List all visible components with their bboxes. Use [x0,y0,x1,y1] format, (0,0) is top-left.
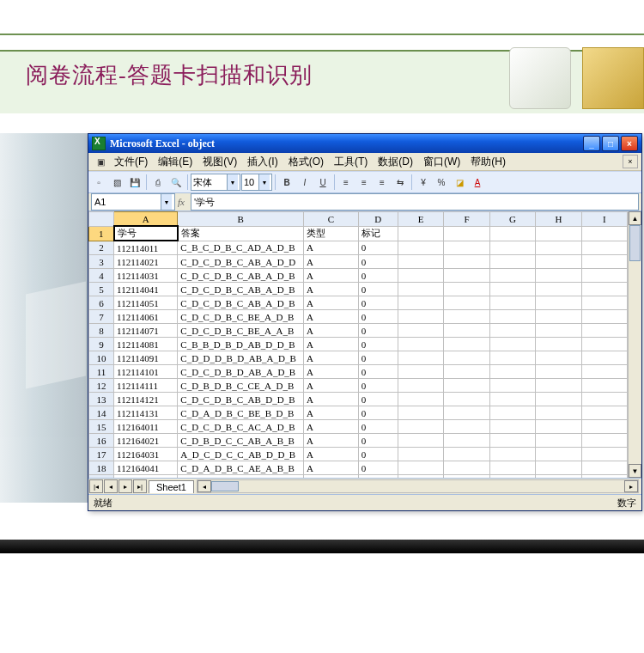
cell[interactable]: C_D_C_D_B_D_AB_A_D_B [178,365,304,379]
col-header-H[interactable]: H [536,212,581,227]
cell[interactable] [489,420,535,434]
cell[interactable] [581,226,627,241]
cell[interactable]: A [304,365,359,379]
row-header-6[interactable]: 6 [89,296,114,310]
cell[interactable]: C_B_B_D_B_D_AB_D_D_B [178,338,304,351]
cell[interactable]: 112114031 [114,269,178,283]
cell[interactable]: 0 [358,241,398,255]
menu-tools[interactable]: 工具(T) [329,153,373,171]
cell[interactable]: 0 [358,338,398,351]
row-header-9[interactable]: 9 [89,338,114,351]
scroll-up-button[interactable]: ▲ [629,211,641,225]
cell[interactable] [444,310,489,324]
cell[interactable]: 0 [358,324,398,338]
cell[interactable]: C_D_C_D_B_C_AB_A_D_D [178,255,304,269]
row-header-7[interactable]: 7 [89,310,114,324]
merge-button[interactable]: ⇆ [392,174,409,191]
cell[interactable] [581,283,627,296]
cell[interactable] [536,269,581,283]
menu-window[interactable]: 窗口(W) [418,153,465,171]
row-header-1[interactable]: 1 [89,226,114,241]
cell[interactable]: 112164021 [114,434,178,448]
cell[interactable]: 112114021 [114,255,178,269]
cell[interactable] [398,338,443,351]
cell[interactable] [398,434,443,448]
cell[interactable]: 0 [358,351,398,365]
cell[interactable] [536,283,581,296]
cell[interactable]: 112114111 [114,379,178,393]
cell[interactable] [444,255,489,269]
cell[interactable] [398,351,443,365]
cell[interactable] [489,393,535,406]
vertical-scrollbar[interactable]: ▲ ▼ [628,211,641,478]
cell[interactable] [444,296,489,310]
cell[interactable]: 112114051 [114,296,178,310]
cell[interactable] [398,406,443,420]
cell[interactable] [581,379,627,393]
cell[interactable]: A [304,241,359,255]
cell[interactable] [398,255,443,269]
cell[interactable] [489,283,535,296]
font-name-combo[interactable]: 宋体▼ [191,174,240,191]
col-header-C[interactable]: C [304,212,359,227]
cell[interactable]: 112114091 [114,351,178,365]
cell[interactable] [444,434,489,448]
row-header-3[interactable]: 3 [89,255,114,269]
cell[interactable] [489,434,535,448]
currency-button[interactable]: ¥ [415,174,432,191]
cell[interactable] [489,365,535,379]
cell[interactable]: C_D_B_D_B_C_CE_A_D_B [178,379,304,393]
cell[interactable] [444,406,489,420]
cell[interactable] [398,310,443,324]
cell[interactable] [581,241,627,255]
formula-bar[interactable]: '学号 [191,193,639,211]
cell[interactable] [581,338,627,351]
cell[interactable]: C_D_C_D_B_C_AC_A_D_B [178,420,304,434]
cell[interactable] [581,461,627,475]
cell[interactable]: 0 [358,406,398,420]
cell[interactable] [536,420,581,434]
tab-nav-prev[interactable]: ◂ [104,479,118,493]
cell[interactable]: 0 [358,365,398,379]
cell[interactable] [489,448,535,461]
cell[interactable] [398,393,443,406]
cell[interactable]: 0 [358,461,398,475]
cell[interactable] [489,226,535,241]
save-button[interactable]: 💾 [126,174,143,191]
cell[interactable] [536,351,581,365]
cell[interactable] [581,365,627,379]
cell[interactable] [489,351,535,365]
cell[interactable] [489,310,535,324]
scroll-thumb[interactable] [211,481,239,491]
cell[interactable] [444,269,489,283]
cell[interactable] [581,296,627,310]
cell[interactable]: 0 [358,448,398,461]
sheet-tab[interactable]: Sheet1 [149,480,194,493]
titlebar[interactable]: Microsoft Excel - object _ □ × [88,134,641,153]
cell[interactable] [444,351,489,365]
cell[interactable] [489,406,535,420]
scroll-down-button[interactable]: ▼ [629,464,641,478]
cell-D1[interactable]: 标记 [358,226,398,241]
cell[interactable] [398,283,443,296]
corner-cell[interactable] [89,212,114,227]
cell[interactable] [536,365,581,379]
print-button[interactable]: ⎙ [149,174,167,191]
col-header-B[interactable]: B [178,212,304,227]
cell[interactable]: 0 [358,393,398,406]
cell[interactable]: C_D_A_D_B_C_AE_A_B_B [178,461,304,475]
col-header-D[interactable]: D [358,212,398,227]
cell[interactable] [398,324,443,338]
cell[interactable] [444,420,489,434]
menu-format[interactable]: 格式(O) [283,153,329,171]
cell[interactable] [581,434,627,448]
menu-data[interactable]: 数据(D) [373,153,418,171]
cell[interactable]: C_B_C_D_B_C_AD_A_D_B [178,241,304,255]
app-icon[interactable]: ▣ [92,153,109,170]
cell[interactable] [398,241,443,255]
cell[interactable] [536,255,581,269]
scroll-left-button[interactable]: ◂ [197,480,211,492]
menu-insert[interactable]: 插入(I) [242,153,283,171]
cell[interactable]: 112114131 [114,406,178,420]
spreadsheet-grid[interactable]: ABCDEFGHI1学号答案类型标记2112114011C_B_C_D_B_C_… [88,211,628,478]
